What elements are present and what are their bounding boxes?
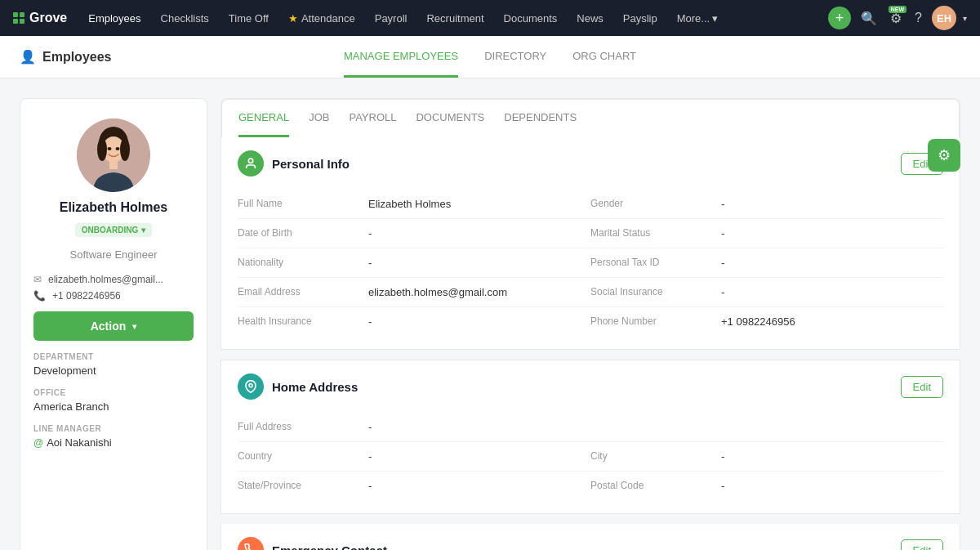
gender-label: Gender bbox=[590, 198, 721, 209]
tab-org-chart[interactable]: ORG CHART bbox=[572, 37, 636, 78]
address-row-2: Country - City - bbox=[238, 441, 943, 471]
tab-dependents[interactable]: DEPENDENTS bbox=[504, 100, 577, 137]
email-value: elizabeth.holmes@gmail... bbox=[48, 274, 163, 285]
phone-value: +1 0982246956 bbox=[721, 315, 795, 328]
nav-news[interactable]: News bbox=[568, 9, 612, 28]
phone-icon: 📞 bbox=[33, 290, 46, 302]
settings-float-button[interactable]: ⚙ bbox=[928, 139, 960, 172]
home-address-header: Home Address Edit bbox=[221, 360, 960, 413]
avatar-chevron-icon[interactable]: ▾ bbox=[963, 14, 967, 23]
app-logo[interactable]: Grove bbox=[13, 11, 67, 25]
search-button[interactable]: 🔍 bbox=[858, 7, 880, 29]
info-row-2: Date of Birth - Marital Status - bbox=[238, 218, 943, 248]
city-cell: City - bbox=[590, 442, 943, 471]
nav-timeoff[interactable]: Time Off bbox=[220, 9, 277, 28]
tab-job[interactable]: JOB bbox=[309, 100, 329, 137]
nationality-value: - bbox=[368, 257, 372, 269]
page-title: Employees bbox=[42, 50, 111, 65]
state-cell: State/Province - bbox=[238, 472, 590, 500]
taxid-label: Personal Tax ID bbox=[590, 257, 721, 268]
nav-payroll[interactable]: Payroll bbox=[367, 9, 416, 28]
manager-value: @ Aoi Nakanishi bbox=[33, 436, 194, 449]
social-ins-cell: Social Insurance - bbox=[590, 278, 943, 306]
gender-cell: Gender - bbox=[590, 190, 943, 218]
marital-value: - bbox=[721, 227, 724, 239]
action-button[interactable]: Action ▾ bbox=[33, 311, 194, 341]
emergency-contact-edit-button[interactable]: Edit bbox=[901, 539, 943, 551]
nav-attendance[interactable]: ★ Attendance bbox=[280, 9, 363, 28]
info-row-5: Health Insurance - Phone Number +1 09822… bbox=[238, 306, 943, 336]
at-icon: @ bbox=[33, 437, 43, 449]
health-ins-label: Health Insurance bbox=[238, 315, 368, 327]
email-cell: Email Address elizabeth.holmes@gmail.com bbox=[238, 278, 590, 306]
marital-cell: Marital Status - bbox=[590, 219, 943, 248]
city-value: - bbox=[721, 450, 724, 463]
nav-recruitment[interactable]: Recruitment bbox=[418, 9, 492, 28]
phone-label: Phone Number bbox=[590, 315, 721, 327]
home-address-edit-button[interactable]: Edit bbox=[901, 376, 943, 398]
country-label: Country bbox=[238, 450, 368, 462]
chevron-down-icon: ▾ bbox=[712, 12, 718, 25]
personal-info-title: Personal Info bbox=[272, 157, 350, 171]
profile-tabs: GENERAL JOB PAYROLL DOCUMENTS DEPENDENTS bbox=[221, 99, 960, 137]
home-address-title: Home Address bbox=[272, 380, 358, 394]
svg-point-4 bbox=[120, 138, 130, 161]
health-ins-value: - bbox=[368, 315, 372, 328]
personal-info-grid: Full Name Elizabeth Holmes Gender - Date… bbox=[221, 190, 960, 349]
nationality-label: Nationality bbox=[238, 257, 368, 268]
dob-label: Date of Birth bbox=[238, 227, 368, 239]
full-address-cell: Full Address - bbox=[238, 413, 943, 441]
help-button[interactable]: ? bbox=[911, 7, 925, 29]
address-row-1: Full Address - bbox=[238, 413, 943, 441]
contact-info: ✉ elizabeth.holmes@gmail... 📞 +1 0982246… bbox=[33, 274, 194, 302]
social-ins-label: Social Insurance bbox=[590, 286, 721, 297]
dob-cell: Date of Birth - bbox=[238, 219, 590, 248]
tab-manage-employees[interactable]: MANAGE EMPLOYEES bbox=[344, 37, 458, 78]
employee-sidebar: Elizabeth Holmes ONBOARDING ▾ Software E… bbox=[20, 98, 207, 550]
email-icon: ✉ bbox=[33, 274, 42, 285]
nav-more[interactable]: More... ▾ bbox=[669, 9, 726, 28]
office-label: OFFICE bbox=[33, 388, 194, 397]
fullname-cell: Full Name Elizabeth Holmes bbox=[238, 190, 590, 218]
sub-nav-title-area: 👤 Employees bbox=[20, 49, 111, 65]
page-content: Elizabeth Holmes ONBOARDING ▾ Software E… bbox=[0, 78, 980, 550]
tab-general[interactable]: GENERAL bbox=[238, 100, 289, 137]
svg-point-6 bbox=[108, 147, 112, 150]
nav-employees[interactable]: Employees bbox=[80, 9, 149, 28]
logo-icon bbox=[13, 12, 24, 24]
department-section: DEPARTMENT Development bbox=[33, 352, 194, 377]
department-value: Development bbox=[33, 364, 194, 377]
tab-directory[interactable]: DIRECTORY bbox=[484, 37, 546, 78]
personal-info-title-row: Personal Info bbox=[238, 150, 350, 177]
home-address-grid: Full Address - Country - City - bbox=[221, 413, 960, 513]
postal-label: Postal Code bbox=[590, 480, 721, 491]
phone-contact: 📞 +1 0982246956 bbox=[33, 290, 194, 302]
tab-documents[interactable]: DOCUMENTS bbox=[416, 100, 484, 137]
email-label: Email Address bbox=[238, 286, 368, 297]
tab-payroll[interactable]: PAYROLL bbox=[349, 100, 396, 137]
nav-actions: + 🔍 ⚙ NEW ? EH ▾ bbox=[828, 6, 967, 30]
phone-value: +1 0982246956 bbox=[52, 290, 121, 302]
email-contact: ✉ elizabeth.holmes@gmail... bbox=[33, 274, 194, 285]
avatar bbox=[77, 118, 150, 192]
state-label: State/Province bbox=[238, 480, 368, 491]
manager-section: LINE MANAGER @ Aoi Nakanishi bbox=[33, 424, 194, 449]
gender-value: - bbox=[721, 198, 724, 210]
user-avatar[interactable]: EH bbox=[932, 6, 956, 30]
settings-button[interactable]: ⚙ NEW bbox=[887, 7, 905, 29]
personal-info-card: Personal Info Edit Full Name Elizabeth H… bbox=[220, 137, 960, 350]
nav-payslip[interactable]: Payslip bbox=[615, 9, 666, 28]
emergency-contact-card: Emergency Contact Edit bbox=[220, 524, 960, 550]
office-value: America Branch bbox=[33, 400, 194, 413]
sub-nav: 👤 Employees MANAGE EMPLOYEES DIRECTORY O… bbox=[0, 36, 980, 78]
country-cell: Country - bbox=[238, 442, 590, 471]
status-badge[interactable]: ONBOARDING ▾ bbox=[75, 223, 152, 237]
health-ins-cell: Health Insurance - bbox=[238, 307, 590, 336]
add-button[interactable]: + bbox=[828, 7, 851, 29]
star-icon: ★ bbox=[288, 12, 298, 25]
nav-documents[interactable]: Documents bbox=[496, 9, 566, 28]
nav-checklists[interactable]: Checklists bbox=[153, 9, 217, 28]
taxid-cell: Personal Tax ID - bbox=[590, 248, 943, 277]
office-section: OFFICE America Branch bbox=[33, 388, 194, 413]
emergency-contact-header: Emergency Contact Edit bbox=[221, 524, 960, 550]
